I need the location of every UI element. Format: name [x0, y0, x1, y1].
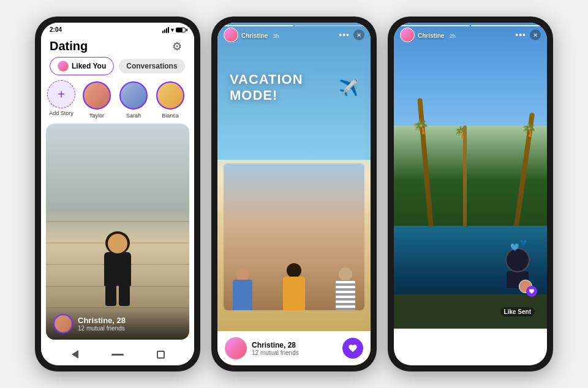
nav-home-button[interactable]: [111, 348, 124, 360]
sarah-label: Sarah: [126, 113, 141, 119]
plane-emoji: ✈️: [339, 78, 358, 97]
recent-icon: [157, 351, 165, 359]
phone-2: Christine 3h ••• ✕ VACATION MODE! ✈️: [211, 17, 377, 371]
silhouette-container: 🩵 💙: [505, 248, 530, 288]
girl-right-head: [339, 267, 352, 281]
profile-mutual-friends: 12 mutual friends: [78, 325, 126, 332]
profile-card[interactable]: Christine, 28 12 mutual friends: [46, 124, 189, 340]
girl-middle: [283, 263, 305, 310]
girls-figure: [224, 163, 364, 310]
story-mini-avatar-2: [224, 28, 238, 42]
bottom-nav-1: [41, 343, 194, 365]
status-bar-1: 2:04 ▾: [41, 23, 194, 34]
woman-body: [104, 252, 131, 286]
story-item-add[interactable]: + Add Story: [47, 80, 75, 116]
tab-conversations[interactable]: Conversations: [119, 59, 184, 73]
tab-liked-you[interactable]: Liked You: [50, 57, 114, 75]
story-time-2: 3h: [273, 33, 279, 39]
profile-text: Christine, 28 12 mutual friends: [78, 316, 126, 332]
wifi-icon: ▾: [171, 27, 174, 33]
vacation-text-row: VACATION MODE! ✈️: [230, 72, 358, 103]
tabs-row: Liked You Conversations: [41, 57, 194, 80]
phone-3: 🌴 🌴 🌴 Christine: [388, 17, 553, 371]
story-actions: ••• ✕: [339, 29, 364, 40]
vacation-text: VACATION MODE!: [230, 72, 336, 103]
silhouette-head: [505, 248, 530, 272]
more-icon[interactable]: •••: [339, 30, 350, 40]
bianca-avatar-wrap: [155, 80, 186, 111]
sarah-avatar: [119, 81, 148, 110]
story-item-sarah[interactable]: Sarah: [118, 80, 149, 119]
taylor-avatar: [83, 81, 111, 110]
palm-leaves-3: 🌴: [454, 125, 467, 139]
profile-mini-avatar: [53, 314, 73, 334]
add-story-button[interactable]: +: [47, 80, 75, 108]
nav-recent-button[interactable]: [154, 348, 167, 360]
like-button[interactable]: [342, 338, 363, 359]
silhouette-head-wrap: 🩵 💙: [505, 248, 530, 272]
more-icon-3[interactable]: •••: [515, 30, 526, 40]
battery-icon: [176, 28, 186, 32]
close-button-3[interactable]: ✕: [530, 29, 541, 40]
story-header-3: Christine 2h ••• ✕: [394, 23, 547, 47]
story-footer: Christine, 28 12 mutual friends: [217, 331, 371, 365]
app-header: Dating ⚙: [41, 34, 194, 57]
stair-line-1: [46, 221, 189, 222]
story-footer-avatar: [225, 337, 247, 359]
taylor-label: Taylor: [89, 113, 104, 119]
story-username-2: Christine: [241, 32, 268, 39]
story-item-taylor[interactable]: Taylor: [81, 80, 112, 119]
girl-middle-head: [287, 263, 301, 278]
leg-left: [105, 285, 116, 306]
christine-face: [55, 315, 72, 332]
woman-hair: [105, 231, 130, 255]
liked-tab-avatar: [58, 61, 69, 72]
girl-left: [233, 267, 252, 310]
signal-icon: [162, 27, 169, 33]
status-icons: ▾: [162, 27, 186, 33]
palm-leaves-1: 🌴: [412, 119, 429, 136]
story-mini-avatar-3: [400, 28, 415, 42]
like-heart-icon: [529, 288, 535, 294]
story-user-info: Christine 3h: [224, 28, 279, 42]
sarah-avatar-wrap: [118, 80, 149, 111]
story-header-2: Christine 3h ••• ✕: [217, 23, 371, 47]
story-screen-3: 🌴 🌴 🌴 Christine: [394, 23, 547, 365]
stories-row: + Add Story Taylor Sarah: [41, 80, 194, 124]
story-user-info-3: Christine 2h: [400, 28, 456, 42]
story-user-text-3: Christine 2h: [418, 29, 456, 40]
home-icon: [111, 354, 124, 356]
girl-left-body: [233, 280, 252, 310]
palm-leaves-2: 🌴: [520, 121, 537, 138]
phone-1: 2:04 ▾ Dating ⚙: [35, 17, 200, 371]
back-icon: [72, 350, 78, 359]
like-sent-label: Like Sent: [500, 307, 535, 316]
story-screen-2: Christine 3h ••• ✕ VACATION MODE! ✈️: [217, 23, 371, 365]
story-footer-info: Christine, 28 12 mutual friends: [252, 341, 337, 356]
story-item-bianca[interactable]: Bianca: [155, 80, 186, 119]
story-text-overlay: VACATION MODE! ✈️: [230, 72, 358, 103]
close-button[interactable]: ✕: [353, 29, 364, 40]
nav-back-button[interactable]: [69, 348, 81, 360]
liked-tab-label: Liked You: [72, 62, 106, 70]
girl-left-head: [236, 267, 249, 281]
app-title: Dating: [50, 39, 88, 53]
conversations-tab-label: Conversations: [126, 62, 177, 70]
settings-icon[interactable]: ⚙: [172, 40, 186, 53]
story-actions-3: ••• ✕: [515, 29, 541, 40]
profile-name: Christine, 28: [78, 316, 126, 325]
like-heart-badge: [526, 286, 537, 297]
like-sent-label-wrap: Like Sent: [500, 305, 535, 316]
girl-right: [336, 267, 355, 310]
story-user-text: Christine 3h: [241, 29, 279, 40]
heart-float-1: 🩵: [510, 243, 519, 252]
leg-right: [119, 285, 130, 306]
bianca-avatar: [156, 81, 184, 110]
girl-right-body: [336, 280, 355, 310]
profile-info-bar: Christine, 28 12 mutual friends: [46, 308, 189, 340]
woman-figure: [104, 234, 131, 306]
heart-float-2: 💙: [520, 239, 527, 246]
like-sent-overlay: 🩵 💙: [500, 248, 535, 316]
story-username-3: Christine: [418, 32, 444, 39]
dark-silhouette: 🩵 💙: [505, 248, 530, 288]
